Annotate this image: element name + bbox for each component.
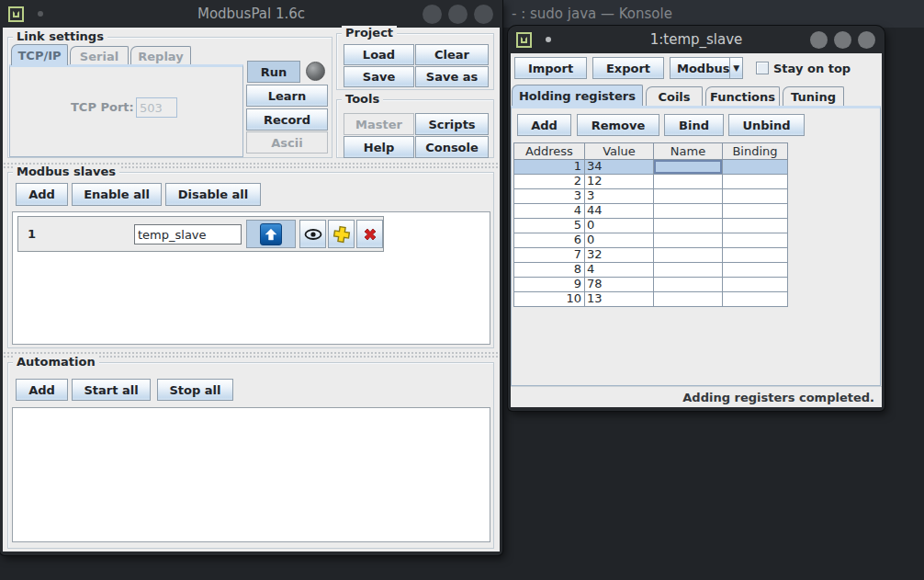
cell-binding[interactable] (723, 248, 788, 263)
disable-all-button[interactable]: Disable all (165, 183, 261, 206)
cell-binding[interactable] (723, 263, 788, 278)
save-as-button[interactable]: Save as (415, 66, 489, 87)
column-header-binding[interactable]: Binding (723, 142, 788, 160)
clear-button[interactable]: Clear (415, 44, 489, 65)
cell-name[interactable] (654, 278, 723, 292)
cell-value[interactable]: 4 (585, 263, 654, 278)
unbind-button[interactable]: Unbind (728, 114, 805, 136)
table-row[interactable]: 978 (513, 278, 788, 292)
cell-address[interactable]: 8 (513, 263, 585, 278)
slave-name-input[interactable] (134, 224, 242, 245)
tab-coils[interactable]: Coils (646, 86, 703, 106)
table-row[interactable]: 444 (513, 204, 788, 219)
cell-binding[interactable] (723, 233, 788, 248)
column-header-name[interactable]: Name (654, 142, 723, 160)
tcp-port-input[interactable] (136, 97, 177, 118)
add-slave-label: Add (28, 188, 55, 201)
table-row[interactable]: 50 (513, 219, 788, 233)
add-slave-button[interactable]: Add (16, 183, 68, 206)
cell-name[interactable] (654, 175, 723, 189)
column-header-value[interactable]: Value (585, 142, 654, 160)
cell-value[interactable]: 13 (585, 292, 654, 307)
tab-tcpip[interactable]: TCP/IP (11, 44, 68, 65)
cell-address[interactable]: 9 (513, 278, 585, 292)
cell-address[interactable]: 4 (513, 204, 585, 219)
tab-replay[interactable]: Replay (130, 46, 191, 65)
table-row[interactable]: 1013 (513, 292, 788, 307)
tab-functions[interactable]: Functions (705, 86, 780, 106)
cell-address[interactable]: 1 (513, 160, 585, 175)
cell-address[interactable]: 10 (513, 292, 585, 307)
cell-binding[interactable] (723, 160, 788, 175)
save-as-label: Save as (426, 70, 478, 84)
disable-all-label: Disable all (178, 188, 249, 201)
mode-combobox[interactable]: Modbus ▼ (670, 57, 743, 79)
ascii-button[interactable]: Ascii (246, 131, 328, 154)
tab-tuning[interactable]: Tuning (783, 86, 844, 106)
cell-name[interactable] (654, 248, 723, 263)
import-button[interactable]: Import (514, 57, 587, 79)
column-header-address[interactable]: Address (513, 142, 585, 160)
load-button[interactable]: Load (344, 44, 414, 65)
cell-binding[interactable] (723, 204, 788, 219)
export-button[interactable]: Export (592, 57, 664, 79)
table-row[interactable]: 212 (513, 175, 788, 189)
tab-serial[interactable]: Serial (70, 46, 129, 65)
cell-name[interactable] (654, 263, 723, 278)
start-all-button[interactable]: Start all (72, 379, 151, 401)
cell-address[interactable]: 3 (513, 189, 585, 204)
cell-value[interactable]: 34 (585, 160, 654, 175)
save-button[interactable]: Save (344, 66, 414, 87)
table-row[interactable]: 33 (513, 189, 788, 204)
table-row[interactable]: 732 (513, 248, 788, 263)
cell-binding[interactable] (723, 278, 788, 292)
table-row[interactable]: 84 (513, 263, 788, 278)
learn-button[interactable]: Learn (246, 85, 328, 107)
cell-binding[interactable] (723, 219, 788, 233)
cell-binding[interactable] (723, 292, 788, 307)
duplicate-slave-button[interactable] (328, 220, 355, 248)
tab-holding-registers[interactable]: Holding registers (512, 85, 643, 106)
cell-value[interactable]: 0 (585, 233, 654, 248)
cell-name[interactable] (654, 233, 723, 248)
delete-slave-button[interactable] (356, 220, 383, 248)
cell-name[interactable] (654, 189, 723, 204)
help-button[interactable]: Help (344, 136, 414, 158)
enable-all-button[interactable]: Enable all (72, 183, 162, 206)
cell-name[interactable] (654, 204, 723, 219)
record-button[interactable]: Record (246, 108, 328, 131)
view-slave-button[interactable] (299, 220, 326, 248)
cell-value[interactable]: 12 (585, 175, 654, 189)
cell-value[interactable]: 0 (585, 219, 654, 233)
cell-value[interactable]: 32 (585, 248, 654, 263)
bind-button[interactable]: Bind (664, 114, 724, 136)
run-button[interactable]: Run (247, 61, 300, 83)
cell-address[interactable]: 5 (513, 219, 585, 233)
chevron-down-icon: ▼ (729, 58, 742, 78)
stop-all-button[interactable]: Stop all (157, 379, 233, 401)
scripts-button[interactable]: Scripts (415, 113, 489, 135)
slave-list: 1 (12, 211, 490, 345)
remove-register-button[interactable]: Remove (577, 114, 659, 136)
console-button[interactable]: Console (415, 136, 489, 158)
cell-binding[interactable] (723, 189, 788, 204)
add-register-button[interactable]: Add (517, 114, 571, 136)
table-row[interactable]: 60 (513, 233, 788, 248)
table-row[interactable]: 134 (513, 160, 788, 175)
cell-name[interactable] (654, 219, 723, 233)
cell-address[interactable]: 7 (513, 248, 585, 263)
cell-value[interactable]: 3 (585, 189, 654, 204)
cell-address[interactable]: 2 (513, 175, 585, 189)
cell-name[interactable] (654, 292, 723, 307)
cell-value[interactable]: 44 (585, 204, 654, 219)
cell-address[interactable]: 6 (513, 233, 585, 248)
stay-on-top-label: Stay on top (773, 62, 851, 75)
cell-name[interactable] (654, 160, 723, 175)
add-automation-button[interactable]: Add (16, 379, 68, 401)
cell-binding[interactable] (723, 175, 788, 189)
cell-value[interactable]: 78 (585, 278, 654, 292)
master-button[interactable]: Master (344, 113, 414, 135)
stay-on-top-checkbox[interactable] (756, 62, 769, 74)
modbus-slaves-group: Modbus slaves Add Enable all Disable all… (7, 172, 494, 348)
slave-enabled-toggle[interactable] (246, 220, 296, 248)
